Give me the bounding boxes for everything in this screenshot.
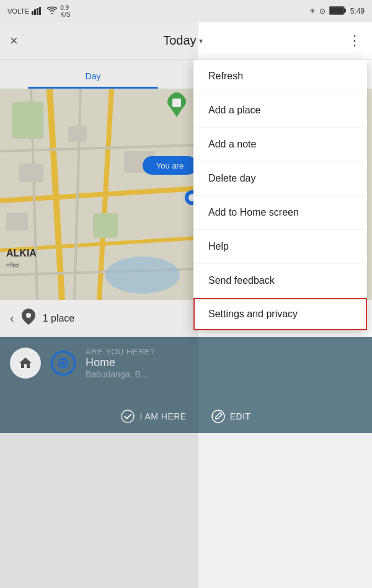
svg-point-22: [26, 313, 31, 318]
bottom-card: ARE YOU HERE? Home Babudanga, B... I AM …: [0, 337, 372, 433]
card-actions: I AM HERE EDIT: [10, 410, 362, 423]
svg-text:ALKIA: ALKIA: [6, 248, 37, 258]
status-right: ✳ ⊙ 5:49: [309, 6, 365, 17]
svg-rect-10: [93, 213, 118, 238]
menu-item-delete-day[interactable]: Delete day: [193, 162, 367, 196]
tab-day[interactable]: Day: [0, 71, 186, 89]
wifi-icon: [46, 6, 58, 16]
menu-item-help[interactable]: Help: [193, 230, 367, 264]
menu-item-add-note[interactable]: Add a note: [193, 128, 367, 162]
title-dropdown-arrow[interactable]: ▾: [199, 37, 203, 45]
battery: [329, 6, 347, 17]
svg-point-8: [105, 257, 180, 294]
svg-text:লকিয়া: লকিয়া: [6, 261, 20, 269]
i-am-here-label: I AM HERE: [140, 411, 186, 421]
data-speed: 0.9K/S: [60, 4, 70, 18]
tab-day-label: Day: [86, 71, 101, 81]
card-top: ARE YOU HERE? Home Babudanga, B...: [10, 347, 362, 379]
more-options-button[interactable]: ⋮: [348, 33, 362, 49]
svg-rect-6: [344, 9, 346, 12]
location-circle: [51, 351, 76, 375]
i-am-here-button[interactable]: I AM HERE: [121, 410, 186, 423]
svg-rect-9: [12, 102, 43, 139]
status-bar: VOLTE 0.9K/S ✳ ⊙: [0, 0, 372, 22]
pin-icon: [22, 309, 35, 328]
svg-rect-0: [32, 11, 33, 15]
status-left: VOLTE 0.9K/S: [7, 4, 70, 18]
place-name: Home: [86, 356, 362, 369]
card-text: ARE YOU HERE? Home Babudanga, B...: [86, 347, 362, 379]
menu-item-add-home-screen[interactable]: Add to Home screen: [193, 196, 367, 230]
svg-rect-5: [330, 7, 343, 14]
svg-point-26: [212, 410, 224, 423]
svg-rect-11: [68, 126, 87, 142]
svg-rect-2: [37, 8, 38, 15]
location-icon: ⊙: [319, 7, 326, 15]
svg-rect-14: [6, 213, 28, 230]
signal-info: VOLTE: [7, 7, 29, 15]
svg-text:You are: You are: [156, 161, 184, 170]
svg-rect-21: [172, 99, 181, 107]
close-button[interactable]: ×: [10, 33, 18, 49]
home-icon: [10, 348, 41, 379]
time: 5:49: [350, 7, 365, 15]
svg-point-25: [122, 410, 134, 423]
title-text: Today: [163, 33, 196, 48]
signal-bars: [32, 6, 44, 16]
svg-rect-3: [39, 7, 41, 15]
header-title: Today ▾: [163, 33, 202, 48]
place-count: 1 place: [43, 313, 75, 324]
menu-item-add-place[interactable]: Add a place: [193, 94, 367, 128]
menu-item-settings-privacy[interactable]: Settings and privacy: [193, 298, 367, 330]
svg-rect-1: [34, 9, 36, 15]
edit-label: EDIT: [230, 411, 251, 421]
edit-button[interactable]: EDIT: [211, 410, 251, 423]
menu-item-send-feedback[interactable]: Send feedback: [193, 264, 367, 298]
bluetooth-icon: ✳: [309, 7, 316, 15]
menu-item-refresh[interactable]: Refresh: [193, 59, 367, 94]
svg-rect-12: [19, 164, 43, 182]
app-header: × Today ▾ ⋮: [0, 22, 372, 59]
nav-back-button[interactable]: ‹: [10, 311, 14, 325]
place-sub: Babudanga, B...: [86, 369, 362, 379]
are-you-here-label: ARE YOU HERE?: [86, 347, 362, 356]
dropdown-menu: Refresh Add a place Add a note Delete da…: [193, 59, 367, 330]
svg-point-24: [61, 361, 65, 365]
